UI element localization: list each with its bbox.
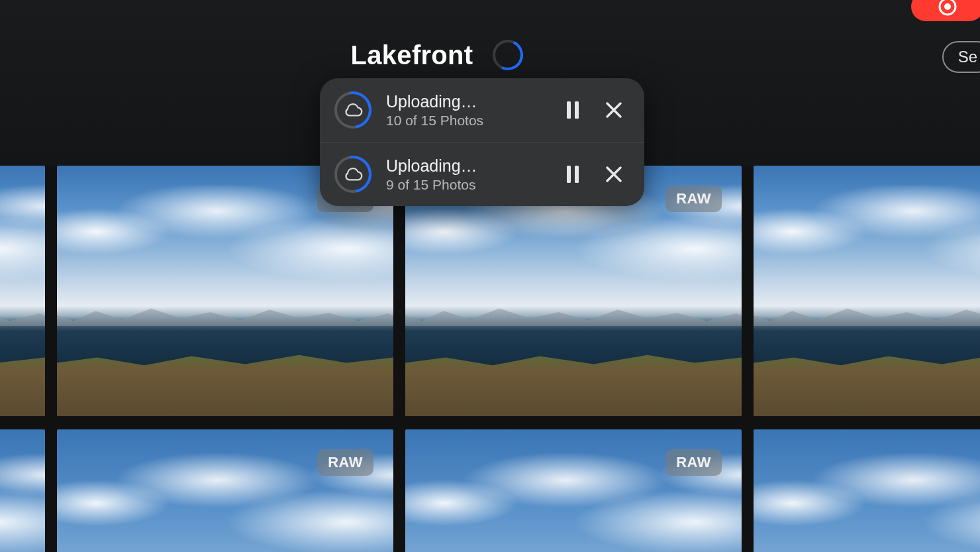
select-button-label: Se: [958, 48, 977, 66]
album-title: Lakefront: [351, 40, 473, 70]
close-icon: [605, 166, 622, 183]
pause-icon: [565, 101, 580, 119]
upload-row: Uploading… 9 of 15 Photos: [320, 142, 644, 206]
svg-rect-4: [567, 166, 571, 183]
cancel-upload-button[interactable]: [601, 161, 627, 188]
upload-row-subtitle: 9 of 15 Photos: [386, 177, 545, 193]
cloud-icon: [343, 103, 363, 117]
photo-thumbnail[interactable]: RAW: [0, 166, 45, 416]
sync-progress-spinner[interactable]: [493, 40, 523, 70]
svg-point-1: [944, 3, 951, 10]
upload-row: Uploading… 10 of 15 Photos: [320, 78, 644, 142]
upload-row-title: Uploading…: [386, 156, 545, 176]
svg-rect-3: [575, 101, 579, 119]
photo-row: RAW RAW RAW RAW: [0, 429, 980, 552]
raw-badge: RAW: [665, 186, 722, 212]
upload-row-title: Uploading…: [386, 92, 545, 111]
svg-rect-5: [575, 166, 579, 183]
upload-progress-spinner: [334, 91, 371, 129]
svg-rect-2: [567, 101, 571, 119]
close-icon: [605, 101, 622, 119]
photo-thumbnail[interactable]: RAW: [754, 429, 980, 552]
photo-thumbnail[interactable]: RAW: [405, 429, 742, 552]
upload-row-subtitle: 10 of 15 Photos: [386, 113, 545, 129]
raw-badge: RAW: [317, 449, 373, 476]
cancel-upload-button[interactable]: [601, 97, 627, 123]
upload-status-popover: Uploading… 10 of 15 Photos Uploading… 9 …: [320, 78, 644, 206]
upload-progress-spinner: [334, 156, 371, 193]
pause-icon: [565, 165, 580, 184]
pause-upload-button[interactable]: [560, 97, 586, 123]
raw-badge: RAW: [665, 449, 722, 476]
photo-thumbnail[interactable]: RAW: [57, 429, 393, 552]
screen-record-indicator[interactable]: [911, 0, 980, 21]
photo-thumbnail[interactable]: RAW: [0, 429, 45, 552]
cloud-icon: [343, 167, 363, 182]
photo-grid: RAW RAW RAW RAW RAW RAW RAW RAW: [0, 166, 980, 552]
pause-upload-button[interactable]: [560, 161, 586, 188]
photo-thumbnail[interactable]: RAW: [754, 166, 980, 416]
select-button[interactable]: Se: [942, 41, 980, 73]
record-icon: [936, 0, 959, 18]
